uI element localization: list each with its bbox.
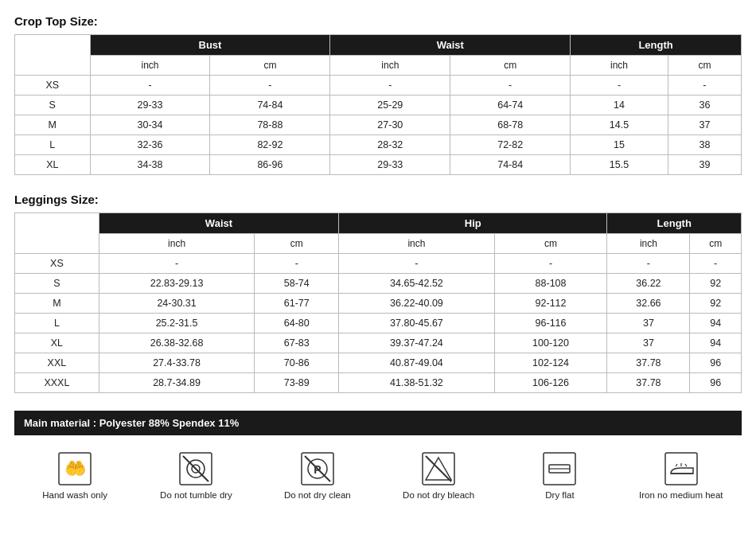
size-cell: S bbox=[15, 274, 99, 294]
leg-waist-cm: cm bbox=[255, 234, 339, 254]
waist-cm-cell: 64-74 bbox=[450, 96, 571, 115]
hip-inch-cell: 40.87-49.04 bbox=[339, 353, 495, 373]
no-bleach-icon bbox=[421, 451, 456, 486]
waist-inch-cell: 26.38-32.68 bbox=[99, 333, 255, 353]
no-tumble-dry-icon bbox=[178, 451, 213, 486]
table-row: M 24-30.31 61-77 36.22-40.09 92-112 32.6… bbox=[15, 294, 742, 314]
length-cm-cell: 92 bbox=[690, 274, 742, 294]
length-cm-cell: 94 bbox=[690, 314, 742, 333]
svg-rect-16 bbox=[665, 453, 697, 485]
leg-length-cm: cm bbox=[690, 234, 742, 254]
length-cm-cell: - bbox=[690, 254, 742, 274]
hip-inch-cell: - bbox=[339, 254, 495, 274]
dry-flat-icon bbox=[542, 451, 577, 486]
crop-top-title: Crop Top Size: bbox=[14, 14, 742, 28]
crop-size-header bbox=[15, 35, 91, 76]
size-cell: XS bbox=[15, 76, 91, 96]
care-label: Dry flat bbox=[545, 489, 574, 501]
hip-inch-cell: 37.80-45.67 bbox=[339, 314, 495, 333]
leg-size-header bbox=[15, 213, 99, 254]
crop-bust-inch: inch bbox=[90, 56, 210, 76]
length-inch-cell: 14.5 bbox=[571, 115, 668, 135]
waist-inch-cell: - bbox=[330, 76, 450, 96]
hip-cm-cell: 88-108 bbox=[494, 274, 607, 294]
table-row: S 22.83-29.13 58-74 34.65-42.52 88-108 3… bbox=[15, 274, 742, 294]
waist-inch-cell: 24-30.31 bbox=[99, 294, 255, 314]
waist-inch-cell: 28.7-34.89 bbox=[99, 373, 255, 393]
care-icons-row: 🤲 Hand wash only Do not tumble dry P Do … bbox=[14, 446, 742, 505]
size-cell: M bbox=[15, 294, 99, 314]
length-inch-cell: - bbox=[571, 76, 668, 96]
iron-medium-icon bbox=[664, 451, 699, 486]
leg-hip-inch: inch bbox=[339, 234, 495, 254]
crop-top-table: Bust Waist Length inch cm inch cm inch c… bbox=[14, 34, 742, 175]
length-inch-cell: 37 bbox=[607, 333, 690, 353]
crop-waist-header: Waist bbox=[330, 35, 571, 56]
bust-inch-cell: - bbox=[90, 76, 210, 96]
bust-inch-cell: 29-33 bbox=[90, 96, 210, 115]
hip-cm-cell: 106-126 bbox=[494, 373, 607, 393]
hip-cm-cell: 102-124 bbox=[494, 353, 607, 373]
length-inch-cell: 37 bbox=[607, 314, 690, 333]
length-inch-cell: 36.22 bbox=[607, 274, 690, 294]
care-item-no-tumble-dry: Do not tumble dry bbox=[135, 451, 256, 501]
care-item-dry-flat: Dry flat bbox=[499, 451, 620, 501]
waist-cm-cell: 61-77 bbox=[255, 294, 339, 314]
svg-line-18 bbox=[676, 464, 677, 466]
size-cell: XL bbox=[15, 155, 91, 175]
table-row: XL 34-38 86-96 29-33 74-84 15.5 39 bbox=[15, 155, 742, 175]
bust-cm-cell: 82-92 bbox=[210, 135, 330, 155]
hip-inch-cell: 36.22-40.09 bbox=[339, 294, 495, 314]
table-row: XL 26.38-32.68 67-83 39.37-47.24 100-120… bbox=[15, 333, 742, 353]
waist-inch-cell: 25.2-31.5 bbox=[99, 314, 255, 333]
waist-cm-cell: 68-78 bbox=[450, 115, 571, 135]
waist-inch-cell: 22.83-29.13 bbox=[99, 274, 255, 294]
length-inch-cell: 15.5 bbox=[571, 155, 668, 175]
waist-cm-cell: - bbox=[255, 254, 339, 274]
leg-length-header: Length bbox=[607, 213, 742, 234]
length-cm-cell: - bbox=[668, 76, 741, 96]
table-row: M 30-34 78-88 27-30 68-78 14.5 37 bbox=[15, 115, 742, 135]
length-inch-cell: 15 bbox=[571, 135, 668, 155]
bust-cm-cell: 86-96 bbox=[210, 155, 330, 175]
crop-length-header: Length bbox=[571, 35, 742, 56]
waist-cm-cell: 74-84 bbox=[450, 155, 571, 175]
size-cell: XXXL bbox=[15, 373, 99, 393]
table-row: XXL 27.4-33.78 70-86 40.87-49.04 102-124… bbox=[15, 353, 742, 373]
length-cm-cell: 36 bbox=[668, 96, 741, 115]
waist-inch-cell: - bbox=[99, 254, 255, 274]
size-cell: XL bbox=[15, 333, 99, 353]
length-cm-cell: 38 bbox=[668, 135, 741, 155]
size-cell: L bbox=[15, 314, 99, 333]
waist-inch-cell: 28-32 bbox=[330, 135, 450, 155]
svg-line-9 bbox=[305, 456, 330, 481]
waist-inch-cell: 29-33 bbox=[330, 155, 450, 175]
care-item-iron-medium: Iron no medium heat bbox=[621, 451, 742, 501]
table-row: XXXL 28.7-34.89 73-89 41.38-51.32 106-12… bbox=[15, 373, 742, 393]
care-label: Do not dry bleach bbox=[403, 489, 474, 501]
care-label: Hand wash only bbox=[42, 489, 107, 501]
hip-cm-cell: - bbox=[494, 254, 607, 274]
crop-waist-cm: cm bbox=[450, 56, 571, 76]
length-cm-cell: 92 bbox=[690, 294, 742, 314]
care-label: Iron no medium heat bbox=[639, 489, 723, 501]
crop-bust-header: Bust bbox=[90, 35, 330, 56]
length-inch-cell: 32.66 bbox=[607, 294, 690, 314]
length-cm-cell: 39 bbox=[668, 155, 741, 175]
length-cm-cell: 37 bbox=[668, 115, 741, 135]
waist-cm-cell: 64-80 bbox=[255, 314, 339, 333]
waist-cm-cell: - bbox=[450, 76, 571, 96]
svg-text:🤲: 🤲 bbox=[64, 458, 87, 479]
hip-inch-cell: 34.65-42.52 bbox=[339, 274, 495, 294]
bust-inch-cell: 34-38 bbox=[90, 155, 210, 175]
crop-waist-inch: inch bbox=[330, 56, 450, 76]
crop-length-inch: inch bbox=[571, 56, 668, 76]
size-cell: M bbox=[15, 115, 91, 135]
bust-cm-cell: - bbox=[210, 76, 330, 96]
leg-waist-header: Waist bbox=[99, 213, 338, 234]
material-bar: Main material : Polyester 88% Spendex 11… bbox=[14, 411, 742, 435]
bust-inch-cell: 32-36 bbox=[90, 135, 210, 155]
care-item-hand-wash: 🤲 Hand wash only bbox=[14, 451, 135, 501]
crop-length-cm: cm bbox=[668, 56, 741, 76]
no-dry-clean-icon: P bbox=[300, 451, 335, 486]
